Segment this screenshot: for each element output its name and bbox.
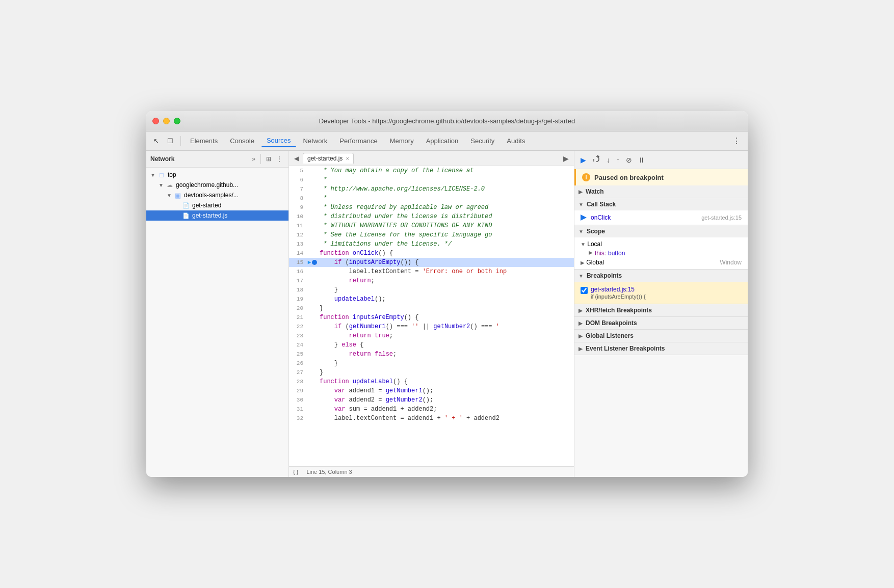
code-line-24: 24 } else {	[289, 340, 574, 350]
line-code: }	[318, 304, 574, 313]
maximize-button[interactable]	[174, 118, 180, 124]
line-number: 12	[289, 230, 307, 239]
line-code: label.textContent = 'Error: one or both …	[318, 267, 574, 276]
editor-tab-get-started-js[interactable]: get-started.js ×	[303, 153, 354, 164]
local-arrow-icon: ▼	[581, 242, 586, 247]
minimize-button[interactable]	[163, 118, 170, 124]
resume-button[interactable]: ▶	[579, 155, 588, 165]
line-code: }	[318, 285, 574, 295]
sidebar-sep	[260, 154, 261, 164]
editor-panel: ◀ get-started.js × ▶ 5 * You may obtain …	[289, 151, 574, 477]
scope-header[interactable]: ▼ Scope	[574, 225, 748, 237]
device-toggle-button[interactable]: ☐	[164, 135, 176, 147]
line-code: label.textContent = addend1 + ' + ' + ad…	[318, 414, 574, 423]
line-number: 17	[289, 276, 307, 285]
tree-item-get-started[interactable]: ▶ 📄 get-started	[146, 200, 288, 210]
callstack-arrow-icon: ▼	[579, 202, 584, 207]
tab-performance[interactable]: Performance	[334, 135, 382, 147]
code-line-20: 20 }	[289, 304, 574, 313]
code-editor[interactable]: 5 * You may obtain a copy of the License…	[289, 166, 574, 466]
line-code: function updateLabel() {	[318, 377, 574, 386]
code-line-6: 6 *	[289, 175, 574, 184]
editor-play-button[interactable]: ▶	[560, 153, 572, 164]
editor-tab-label: get-started.js	[307, 155, 343, 162]
line-code: * WITHOUT WARRANTIES OR CONDITIONS OF AN…	[318, 221, 574, 230]
scope-arrow-icon: ▼	[579, 229, 584, 234]
breakpoint-code: if (inputsAreEmpty()) {	[591, 293, 742, 300]
cursor-position: Line 15, Column 3	[306, 469, 352, 475]
line-code: }	[318, 359, 574, 368]
line-number: 16	[289, 267, 307, 276]
tab-security[interactable]: Security	[465, 135, 499, 147]
tree-label: googlechrome.github...	[176, 181, 238, 189]
xhr-arrow-icon: ▶	[579, 308, 583, 313]
global-arrow-icon: ▶	[581, 260, 585, 265]
sidebar-expand-button[interactable]: »	[250, 154, 257, 164]
tab-application[interactable]: Application	[421, 135, 464, 147]
event-breakpoints-section[interactable]: ▶ Event Listener Breakpoints	[574, 342, 748, 355]
close-button[interactable]	[152, 118, 159, 124]
more-tabs-button[interactable]: ⋮	[729, 135, 744, 147]
tree-label: get-started	[192, 202, 221, 209]
line-number: 11	[289, 221, 307, 230]
tab-console[interactable]: Console	[225, 135, 259, 147]
line-number: 18	[289, 285, 307, 295]
line-code: *	[318, 194, 574, 203]
cloud-icon: ☁	[166, 181, 174, 189]
debug-panel: ▶ ↓ ↑ ⊘ ⏸ i Paused on breakpoint ▶	[574, 151, 748, 477]
sidebar-label: Network	[150, 155, 248, 163]
breakpoint-checkbox[interactable]	[581, 287, 588, 294]
this-value: button	[608, 250, 625, 257]
sidebar-more-button[interactable]: ⋮	[274, 154, 284, 164]
code-line-28: 28 function updateLabel() {	[289, 377, 574, 386]
watch-header[interactable]: ▶ Watch	[574, 185, 748, 198]
dom-breakpoints-section[interactable]: ▶ DOM Breakpoints	[574, 317, 748, 330]
line-number: 15	[289, 258, 307, 267]
cursor-tool-button[interactable]: ↖	[150, 135, 162, 147]
editor-tab-close-button[interactable]: ×	[346, 156, 349, 162]
deactivate-button[interactable]: ⊘	[624, 155, 634, 165]
tree-item-get-started-js[interactable]: ▶ 📄 get-started.js	[146, 210, 288, 221]
tree-item-devtools[interactable]: ▼ ▣ devtools-samples/...	[146, 190, 288, 200]
code-line-8: 8 *	[289, 194, 574, 203]
main-toolbar: ↖ ☐ Elements Console Sources Network Per…	[146, 131, 748, 151]
tab-memory[interactable]: Memory	[385, 135, 419, 147]
tab-network[interactable]: Network	[298, 135, 333, 147]
breakpoints-header[interactable]: ▼ Breakpoints	[574, 270, 748, 282]
tree-item-googlechrome[interactable]: ▼ ☁ googlechrome.github...	[146, 180, 288, 190]
breakpoints-body: get-started.js:15 if (inputsAreEmpty()) …	[574, 282, 748, 304]
tree-item-top[interactable]: ▼ □ top	[146, 170, 288, 180]
global-scope-item[interactable]: ▶ Global Window	[581, 258, 742, 267]
tab-audits[interactable]: Audits	[502, 135, 530, 147]
call-stack-header[interactable]: ▼ Call Stack	[574, 198, 748, 210]
pause-button[interactable]: ⏸	[636, 155, 647, 165]
tab-elements[interactable]: Elements	[185, 135, 223, 147]
xhr-breakpoints-section[interactable]: ▶ XHR/fetch Breakpoints	[574, 304, 748, 317]
step-out-button[interactable]: ↑	[614, 155, 622, 165]
line-code: if (inputsAreEmpty()) {	[318, 258, 574, 267]
line-code: if (getNumber1() === '' || getNumber2() …	[318, 322, 574, 331]
line-code: * distributed under the License is distr…	[318, 212, 574, 221]
global-label: ▶ Global	[581, 259, 604, 266]
tab-sources[interactable]: Sources	[261, 135, 296, 147]
info-icon: i	[582, 173, 590, 181]
breakpoint-file[interactable]: get-started.js:15	[591, 286, 742, 293]
editor-nav-back[interactable]: ◀	[291, 153, 302, 164]
step-over-button[interactable]	[590, 154, 602, 166]
dom-label: DOM Breakpoints	[586, 319, 637, 327]
xhr-label: XHR/fetch Breakpoints	[586, 307, 652, 314]
step-into-button[interactable]: ↓	[604, 155, 612, 165]
line-number: 14	[289, 249, 307, 258]
line-number: 21	[289, 313, 307, 322]
call-stack-section: ▼ Call Stack onClick get-started.js:15	[574, 198, 748, 225]
call-stack-item-onclick[interactable]: onClick get-started.js:15	[581, 212, 742, 223]
call-arrow-icon	[581, 215, 587, 221]
tree-label: get-started.js	[192, 212, 227, 219]
local-scope-item[interactable]: ▼ Local	[581, 239, 742, 249]
code-line-9: 9 * Unless required by applicable law or…	[289, 203, 574, 212]
sidebar-layout-button[interactable]: ⊞	[264, 154, 273, 164]
status-text: Paused on breakpoint	[594, 174, 664, 181]
line-number: 8	[289, 194, 307, 203]
global-listeners-section[interactable]: ▶ Global Listeners	[574, 330, 748, 342]
code-line-27: 27 }	[289, 368, 574, 377]
